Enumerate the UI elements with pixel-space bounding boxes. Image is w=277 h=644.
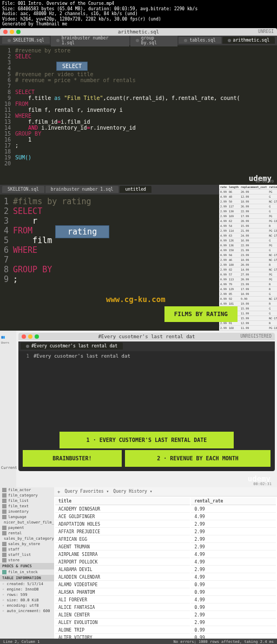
table-row[interactable]: ALABAMA DEVIL2.99 <box>55 567 276 573</box>
table-item[interactable]: film_actor <box>0 487 54 493</box>
table-item[interactable]: film_category <box>0 493 54 498</box>
query-toolbar: + Query Favorites ▾ Query History ▾ <box>54 487 277 497</box>
proc-item[interactable]: film_in_stock <box>0 569 54 575</box>
table-item[interactable]: inventory <box>0 509 54 514</box>
table-row[interactable]: ALASKA PHANTOM0.99 <box>55 589 276 596</box>
table-item[interactable]: sales_by_store <box>0 541 54 547</box>
table-row[interactable]: ADAPTATION HOLES2.99 <box>55 521 276 528</box>
tab-tables[interactable]: tables.sql <box>179 37 221 44</box>
table-row[interactable]: AIRPLANE SIERRA4.99 <box>55 552 276 558</box>
tab-arithmetic[interactable]: arithmetic.sql <box>222 37 275 44</box>
table-row[interactable]: ACADEMY DINOSAUR0.99 <box>55 506 276 513</box>
editor-panel-2: SKELETON.sql brainbuster number 1.sql un… <box>0 185 277 331</box>
table-row[interactable]: AFRICAN EGG2.99 <box>55 536 276 543</box>
editor-tabs: SKELETON.sql brainbuster number 1.sql gr… <box>0 36 277 45</box>
tab-brainbuster[interactable]: brainbuster number 1.sql <box>51 35 129 46</box>
timestamp: 00:00:49 <box>255 179 274 184</box>
traffic-lights[interactable] <box>3 30 21 34</box>
table-row[interactable]: ALIEN CENTER2.99 <box>55 612 276 619</box>
table-item[interactable]: language <box>0 514 54 520</box>
query-favorites-dropdown[interactable]: Query Favorites ▾ <box>64 489 109 494</box>
editor-panel-1: arithmetic.sql UNREGI SKELETON.sql brain… <box>0 28 277 185</box>
results-table[interactable]: titlerental_rateACADEMY DINOSAUR0.99ACE … <box>54 497 277 639</box>
autocomplete-popup-2[interactable]: rating <box>55 225 109 238</box>
table-item[interactable]: rental <box>0 531 54 536</box>
db-sidebar: film_actorfilm_categoryfilm_listfilm_tex… <box>0 487 54 639</box>
traffic-lights-3[interactable] <box>22 334 39 339</box>
brainbuster-badge: BRAINBUSTER! <box>23 450 122 467</box>
file-metadata: File: 001 Intro. Overview of the Course.… <box>0 0 277 28</box>
left-strip: 👥 Users Current <box>0 331 16 487</box>
tab-skeleton[interactable]: SKELETON.sql <box>2 37 50 44</box>
table-row[interactable]: ALI FOREVER4.99 <box>55 597 276 603</box>
tab-untitled[interactable]: untitled <box>120 186 151 193</box>
db-panel: film_actorfilm_categoryfilm_listfilm_tex… <box>0 487 277 639</box>
table-row[interactable]: AGENT TRUMAN2.99 <box>55 544 276 551</box>
query-status: No errors; 1000 rows affected, taking 2.… <box>174 640 274 644</box>
table-item[interactable]: sales_by_film_category <box>0 536 54 541</box>
revenue-month-badge: 2 · REVENUE BY EACH MONTH <box>125 450 271 467</box>
table-item[interactable]: staff_list <box>0 552 54 558</box>
query-history-dropdown[interactable]: Query History ▾ <box>113 489 152 494</box>
tab-rental-date[interactable]: #Every cusotmer's last rental dat <box>21 343 123 350</box>
add-button[interactable]: + <box>57 489 60 494</box>
unregistered-label: UNREGI <box>258 29 274 34</box>
table-row[interactable]: ALAMO VIDEOTAPE0.99 <box>55 582 276 588</box>
window-title: arithmetic.sql <box>118 29 159 35</box>
table-row[interactable]: ALLEY EVOLUTION2.99 <box>55 620 276 626</box>
table-row[interactable]: ALONE TRIP0.99 <box>55 627 276 634</box>
tab-groupby[interactable]: group by.sql <box>130 35 178 46</box>
cgku-watermark: www.cg-ku.com <box>106 295 166 304</box>
table-item[interactable]: nicer_but_slower_film_list <box>0 520 54 525</box>
window-title-bar[interactable]: arithmetic.sql UNREGI <box>0 28 277 36</box>
editor-panel-3: 👥 Users Current #Every cusotmer's last r… <box>0 331 277 487</box>
code-area-3[interactable]: 1#Every cusotmer's last rental dat <box>18 351 275 361</box>
cursor-position: Line 2, Column 1 <box>3 640 39 644</box>
table-row[interactable]: ACE GOLDFINGER4.99 <box>55 514 276 520</box>
timestamp-3: 00:02:31 <box>253 482 272 486</box>
autocomplete-popup[interactable]: SELECT <box>56 62 88 71</box>
table-item[interactable]: staff <box>0 547 54 552</box>
editor-tabs-2: SKELETON.sql brainbuster number 1.sql un… <box>0 185 219 194</box>
films-by-rating-badge: FILMS BY RATING <box>164 306 238 322</box>
table-row[interactable]: AFFAIR PREJUDICE2.99 <box>55 529 276 535</box>
code-area[interactable]: 1#revenue by store 2SELEC 3 4 5#revenue … <box>0 45 277 169</box>
table-item[interactable]: film_list <box>0 498 54 504</box>
table-row[interactable]: ALICE FANTASIA0.99 <box>55 605 276 611</box>
tab-skeleton-2[interactable]: SKELETON.sql <box>2 186 44 193</box>
status-bar: Line 2, Column 1 No errors; 1000 rows af… <box>0 639 277 644</box>
tab-brainbuster-2[interactable]: brainbuster number 1.sql <box>45 186 119 193</box>
window-title-bar-3[interactable]: #Every cusotmer's last rental dat UNREGI… <box>18 333 275 340</box>
table-row[interactable]: AIRPORT POLLOCK4.99 <box>55 559 276 566</box>
table-item[interactable]: store <box>0 558 54 563</box>
table-row[interactable]: ALTER VICTORY0.99 <box>55 635 276 639</box>
table-item[interactable]: payment <box>0 525 54 531</box>
code-area-2[interactable]: 1#films by rating 2SELECT 3 r 4FROM 5 fi… <box>0 194 219 286</box>
table-item[interactable]: film_text <box>0 504 54 509</box>
table-row[interactable]: ALADDIN CALENDAR4.99 <box>55 574 276 581</box>
